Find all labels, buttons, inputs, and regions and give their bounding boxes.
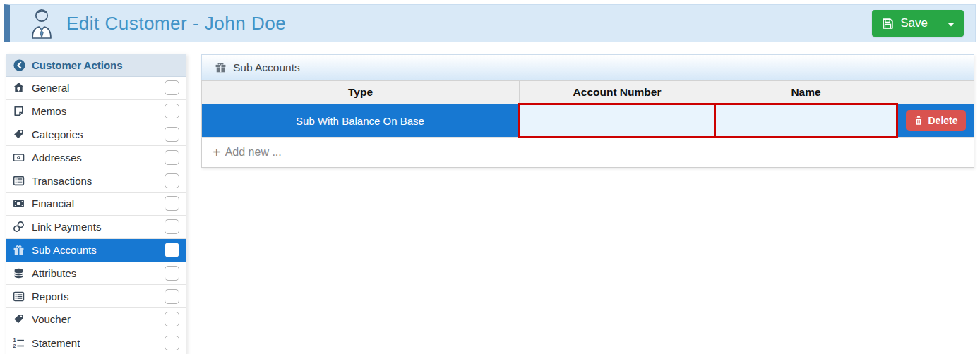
- sidebar-item-label: Voucher: [32, 313, 71, 325]
- column-header-actions: [897, 81, 974, 104]
- sidebar-item-label: Reports: [32, 291, 69, 303]
- gift-icon: [215, 61, 227, 73]
- sidebar-item-checkbox[interactable]: [165, 196, 179, 211]
- table-header-row: Type Account Number Name: [202, 81, 974, 104]
- sidebar-item-checkbox[interactable]: [165, 243, 179, 257]
- sidebar-item-checkbox[interactable]: [165, 127, 179, 142]
- account-number-input[interactable]: [520, 114, 714, 126]
- delete-button-label: Delete: [928, 115, 957, 126]
- sidebar-item-attributes[interactable]: Attributes: [6, 262, 186, 285]
- name-input[interactable]: [716, 114, 896, 126]
- column-header-type: Type: [202, 81, 520, 104]
- sidebar-header-label: Customer Actions: [32, 59, 123, 71]
- sidebar-item-checkbox[interactable]: [165, 289, 179, 304]
- save-split-button: Save: [872, 10, 964, 37]
- column-header-name: Name: [715, 81, 897, 104]
- sidebar-item-label: Memos: [32, 105, 66, 117]
- home-icon: [13, 82, 25, 94]
- panel-header: Sub Accounts: [201, 54, 974, 80]
- column-header-account-number: Account Number: [520, 81, 715, 104]
- sidebar-item-label: Attributes: [32, 267, 76, 279]
- sidebar-item-sub-accounts[interactable]: Sub Accounts: [6, 239, 186, 262]
- delete-button[interactable]: Delete: [906, 110, 965, 131]
- sidebar-item-statement[interactable]: 1 2 Statement: [6, 331, 186, 354]
- sidebar-item-label: Financial: [32, 197, 74, 209]
- sidebar-item-checkbox[interactable]: [165, 150, 179, 165]
- sidebar-item-checkbox[interactable]: [165, 104, 179, 118]
- sidebar-item-categories[interactable]: Categories: [6, 123, 186, 147]
- row-actions-cell: Delete: [897, 104, 974, 138]
- name-cell: [715, 104, 897, 138]
- add-new-row: +Add new ...: [202, 138, 974, 168]
- link-icon: [13, 221, 25, 233]
- account-number-cell: [520, 104, 715, 138]
- plus-icon: +: [213, 145, 221, 160]
- sidebar-item-voucher[interactable]: Voucher: [6, 308, 186, 331]
- ordered-list-icon: 1 2: [13, 337, 25, 349]
- sidebar-item-link-payments[interactable]: Link Payments: [6, 216, 186, 239]
- sidebar-item-label: Link Payments: [32, 221, 101, 233]
- sidebar-item-label: General: [32, 82, 69, 94]
- sub-accounts-table: Type Account Number Name Sub With Balanc…: [201, 80, 974, 168]
- tag-icon: [13, 313, 25, 325]
- type-cell[interactable]: Sub With Balance On Base: [202, 104, 520, 138]
- memo-icon: [13, 105, 25, 117]
- sidebar-item-memos[interactable]: Memos: [6, 100, 186, 123]
- sidebar-item-label: Transactions: [32, 175, 92, 187]
- sidebar-item-financial[interactable]: Financial: [6, 193, 186, 216]
- list-icon: [13, 291, 25, 303]
- sidebar-item-transactions[interactable]: Transactions: [6, 169, 186, 193]
- sidebar-item-checkbox[interactable]: [165, 336, 179, 350]
- add-new-cell[interactable]: +Add new ...: [202, 138, 974, 168]
- list-icon: [13, 175, 25, 187]
- sidebar-item-checkbox[interactable]: [165, 266, 179, 281]
- back-circle-icon: [13, 59, 25, 71]
- page-title: Edit Customer - John Doe: [66, 13, 286, 35]
- page-header: Edit Customer - John Doe Save: [4, 4, 976, 42]
- save-dropdown-toggle[interactable]: [938, 10, 964, 37]
- save-button[interactable]: Save: [872, 10, 938, 37]
- sidebar-item-label: Addresses: [32, 152, 82, 164]
- sidebar-item-checkbox[interactable]: [165, 173, 179, 188]
- customer-person-icon: [27, 7, 56, 39]
- sidebar-item-label: Categories: [32, 128, 83, 140]
- svg-text:2: 2: [13, 343, 16, 349]
- sidebar-header[interactable]: Customer Actions: [6, 54, 186, 77]
- card-icon: [13, 152, 25, 164]
- customer-actions-sidebar: Customer Actions General Memos: [6, 54, 186, 354]
- sidebar-item-label: Statement: [32, 337, 80, 349]
- save-disk-icon: [882, 18, 894, 30]
- money-icon: [13, 197, 25, 209]
- trash-icon: [914, 116, 924, 126]
- sidebar-item-reports[interactable]: Reports: [6, 285, 186, 308]
- tag-icon: [13, 128, 25, 140]
- sidebar-item-addresses[interactable]: Addresses: [6, 146, 186, 169]
- panel-title: Sub Accounts: [233, 61, 300, 74]
- save-button-label: Save: [900, 16, 928, 30]
- sub-accounts-panel: Sub Accounts Type Account Number Name Su…: [201, 54, 974, 168]
- table-row: Sub With Balance On Base: [202, 104, 974, 138]
- gift-icon: [13, 244, 25, 256]
- sidebar-item-label: Sub Accounts: [32, 244, 97, 256]
- sidebar-item-general[interactable]: General: [6, 77, 186, 100]
- sidebar-item-checkbox[interactable]: [165, 80, 179, 95]
- caret-down-icon: [948, 17, 955, 30]
- database-icon: [13, 267, 25, 279]
- sidebar-item-checkbox[interactable]: [165, 312, 179, 326]
- add-new-label: Add new ...: [225, 146, 282, 158]
- sidebar-item-checkbox[interactable]: [165, 219, 179, 234]
